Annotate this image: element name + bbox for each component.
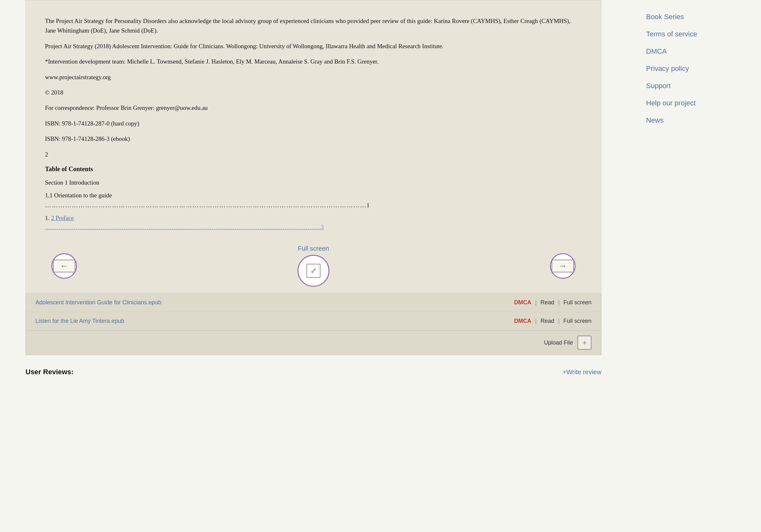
file-link-1[interactable]: Adolescent Intervention Guide for Clinic… [35,299,161,306]
next-page-button[interactable] [550,253,575,279]
book-para-4: www.projectairstrategy.org [45,73,582,82]
book-para-8: ISBN: 978-1-74128-286-3 (ebook) [45,134,582,144]
fullscreen-icon [307,264,321,278]
preface-link[interactable]: 2 Preface [51,214,74,221]
sidebar-item-news[interactable]: News [646,116,742,125]
viewer-controls: Full screen [45,235,582,293]
sidebar-item-support[interactable]: Support [646,82,742,90]
sidebar-item-help-our-project[interactable]: Help our project [646,99,742,107]
fullscreen-link-2[interactable]: Full screen [563,318,592,325]
fullscreen-label: Full screen [298,245,329,252]
toc-item-1: 1.1 Orientation to the guide ……………………………… [45,191,582,210]
sidebar: Book Series Terms of service DMCA Privac… [627,0,761,532]
next-arrow-icon [552,260,574,272]
file-actions-2: DMCA | Read | Full screen [514,318,592,325]
prev-arrow-icon [53,260,75,272]
upload-label: Upload File [544,339,573,346]
file-row-1: Adolescent Intervention Guide for Clinic… [26,293,601,312]
upload-row: Upload File + [26,330,601,355]
user-reviews-label: User Reviews: [26,368,74,376]
sidebar-item-book-series[interactable]: Book Series [646,13,742,21]
fullscreen-link-1[interactable]: Full screen [563,299,592,306]
book-para-6: For correspondence: Professor Brin Greny… [45,103,582,113]
write-review-button[interactable]: +Write review [563,369,601,376]
book-para-2: Project Air Strategy (2018) Adolescent I… [45,41,582,51]
file-name-1: Adolescent Intervention Guide for Clinic… [35,299,161,306]
book-para-7: ISBN: 978-1-74128-287-0 (hard copy) [45,119,582,128]
file-list: Adolescent Intervention Guide for Clinic… [26,293,601,330]
book-para-3: *Intervention development team: Michelle… [45,57,582,66]
toc-item-2: 1. 2 Preface ………………………………………………………………………… [45,213,582,232]
prev-page-button[interactable] [51,253,77,279]
sidebar-item-dmca[interactable]: DMCA [646,47,742,56]
page-number: 2 [45,150,582,159]
file-link-2[interactable]: Listen for the Lie Amy Tintera.epub [35,318,124,324]
book-viewer: The Project Air Strategy for Personality… [26,0,601,293]
toc-heading: Table of Contents [45,164,582,174]
fullscreen-button[interactable] [298,255,329,287]
fullscreen-button-wrap: Full screen [298,245,329,287]
dmca-link-1[interactable]: DMCA [514,299,532,306]
upload-plus-button[interactable]: + [577,336,592,350]
sidebar-item-privacy-policy[interactable]: Privacy policy [646,65,742,73]
read-link-2[interactable]: Read [541,318,554,325]
read-link-1[interactable]: Read [541,299,554,306]
toc-section-1: Section 1 Introduction [45,178,582,188]
book-para-5: © 2018 [45,88,582,97]
book-para-1: The Project Air Strategy for Personality… [45,16,582,36]
sidebar-item-terms-of-service[interactable]: Terms of service [646,30,742,38]
user-reviews-section: User Reviews: +Write review [0,355,627,383]
file-name-2: Listen for the Lie Amy Tintera.epub [35,318,124,325]
dmca-link-2[interactable]: DMCA [514,318,532,325]
file-actions-1: DMCA | Read | Full screen [514,299,592,306]
book-text: The Project Air Strategy for Personality… [45,16,582,232]
file-row-2: Listen for the Lie Amy Tintera.epub DMCA… [26,312,601,330]
